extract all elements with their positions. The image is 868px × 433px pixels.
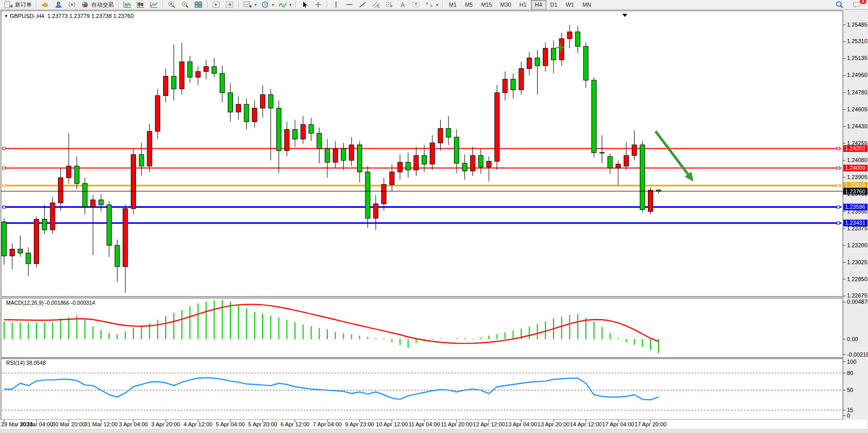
chart-collapse-icon[interactable]: ▼ xyxy=(4,14,8,18)
yellow-icon xyxy=(41,1,50,8)
candle xyxy=(398,162,402,172)
timeframe-w1-button[interactable]: W1 xyxy=(562,0,579,10)
chat-button[interactable]: 1 xyxy=(851,0,864,10)
hline-anchor[interactable] xyxy=(3,206,6,208)
arrows-tool-button[interactable]: ▾ xyxy=(423,0,440,10)
svg-text:50: 50 xyxy=(847,387,853,393)
candle xyxy=(365,172,370,218)
candle xyxy=(608,156,613,168)
timeframe-m15-button[interactable]: M15 xyxy=(477,0,496,10)
shift-icon xyxy=(225,1,234,8)
svg-text:12 Apr 12:00: 12 Apr 12:00 xyxy=(473,421,505,427)
svg-text:0: 0 xyxy=(847,412,850,419)
timeframe-m5-button[interactable]: M5 xyxy=(461,0,477,10)
candle xyxy=(91,200,95,207)
crosshair-button[interactable] xyxy=(311,0,325,10)
candle xyxy=(115,245,120,266)
timeframe-m1-button[interactable]: M1 xyxy=(445,0,461,10)
horizontal-line-tool-button[interactable] xyxy=(343,0,356,10)
new-order-button[interactable]: 新订单 xyxy=(2,0,34,10)
zoom-out-button[interactable] xyxy=(179,0,192,10)
trend-icon xyxy=(358,1,367,8)
candle xyxy=(446,128,451,137)
hline-anchor[interactable] xyxy=(837,167,840,169)
candle-chart-mode-button[interactable] xyxy=(134,0,147,10)
profiles-button[interactable]: ▾ xyxy=(259,0,276,10)
mt4-window: 新订单自动交易▾▾▾EFAT▾M1M5M15M30H1H4D1W1MN1 1.2… xyxy=(0,0,868,433)
main-toolbar: 新订单自动交易▾▾▾EFAT▾M1M5M15M30H1H4D1W1MN1 xyxy=(0,0,868,10)
candle xyxy=(252,108,257,122)
hline-anchor[interactable] xyxy=(3,167,6,169)
svg-text:T: T xyxy=(415,2,417,7)
indicators-button[interactable]: ▾ xyxy=(276,0,293,10)
candle xyxy=(285,129,289,150)
quotes-button[interactable] xyxy=(38,0,52,10)
dropdown-arrow-icon: ▾ xyxy=(436,3,438,7)
new-chart-button[interactable]: ▾ xyxy=(241,0,259,10)
candle xyxy=(74,166,79,184)
svg-text:31 Mar 12:00: 31 Mar 12:00 xyxy=(85,421,118,427)
signal-icon xyxy=(67,1,76,8)
doc-plus-icon xyxy=(4,1,13,8)
timeframe-d1-button[interactable]: D1 xyxy=(546,0,562,10)
candle xyxy=(438,128,443,143)
candle xyxy=(414,155,419,170)
candle xyxy=(591,80,596,152)
time-axis: 29 Mar 202330 Mar 04:0030 Mar 20:0031 Ma… xyxy=(1,420,666,427)
cursor-button[interactable] xyxy=(298,0,311,10)
svg-text:100: 100 xyxy=(847,359,856,365)
person-icon xyxy=(54,1,63,8)
chart-shift-button[interactable] xyxy=(223,0,236,10)
svg-text:1.25485: 1.25485 xyxy=(847,22,867,28)
candle xyxy=(139,154,144,166)
dropdown-arrow-icon: ▾ xyxy=(272,3,274,7)
search-button[interactable] xyxy=(833,0,846,10)
chart-title: ▼ GBPUSD-,H4 1.23773 1.23779 1.23738 1.2… xyxy=(4,13,134,19)
hline-anchor[interactable] xyxy=(3,147,6,150)
svg-text:1.23200: 1.23200 xyxy=(847,242,867,248)
hline-anchor[interactable] xyxy=(837,147,840,150)
search-icon xyxy=(835,1,844,8)
candle xyxy=(567,32,572,38)
auto-scroll-button[interactable] xyxy=(210,0,223,10)
channel-tool-button[interactable]: E xyxy=(369,0,383,10)
candle xyxy=(470,155,475,171)
autotrade-icon xyxy=(81,1,90,8)
auto-trading-button[interactable]: 自动交易 xyxy=(78,0,116,10)
trendline-tool-button[interactable] xyxy=(356,0,369,10)
hline-anchor[interactable] xyxy=(837,222,840,224)
svg-text:1.23431: 1.23431 xyxy=(845,220,865,226)
vline-icon xyxy=(331,1,341,8)
hline-anchor[interactable] xyxy=(3,184,6,187)
timeframe-m30-button[interactable]: M30 xyxy=(496,0,515,10)
indicator-icon xyxy=(278,1,287,8)
candle xyxy=(600,152,604,153)
label-tool-button[interactable]: T xyxy=(409,0,423,10)
panel-frames xyxy=(1,11,867,429)
zoom-in-button[interactable] xyxy=(165,0,179,10)
hline-anchor[interactable] xyxy=(837,206,840,208)
fibonacci-tool-button[interactable]: F xyxy=(383,0,396,10)
line-chart-mode-button[interactable] xyxy=(147,0,161,10)
candle xyxy=(382,185,386,204)
svg-text:4 Apr 12:00: 4 Apr 12:00 xyxy=(184,421,212,427)
bar-chart-mode-button[interactable] xyxy=(121,0,134,10)
crosshair-icon xyxy=(313,1,323,8)
timeframe-h1-button[interactable]: H1 xyxy=(515,0,530,10)
vertical-line-tool-button[interactable] xyxy=(329,0,343,10)
svg-text:11 Apr 04:00: 11 Apr 04:00 xyxy=(408,421,440,427)
mql5-community-button[interactable] xyxy=(65,0,78,10)
candle xyxy=(147,131,152,166)
text-tool-button[interactable]: A xyxy=(396,0,409,10)
timeframe-mn-button[interactable]: MN xyxy=(578,0,595,10)
zoomin-icon xyxy=(167,1,176,8)
timeframe-h4-button[interactable]: H4 xyxy=(531,0,546,10)
price-chart-svg: 1.254851.253101.251351.249601.247801.246… xyxy=(0,0,868,433)
candle xyxy=(358,145,362,172)
candle xyxy=(632,145,637,155)
navigator-button[interactable] xyxy=(52,0,65,10)
labelT-icon: T xyxy=(411,1,421,8)
candle xyxy=(584,46,588,80)
tile-windows-button[interactable] xyxy=(192,0,205,10)
hline-anchor[interactable] xyxy=(837,184,840,187)
